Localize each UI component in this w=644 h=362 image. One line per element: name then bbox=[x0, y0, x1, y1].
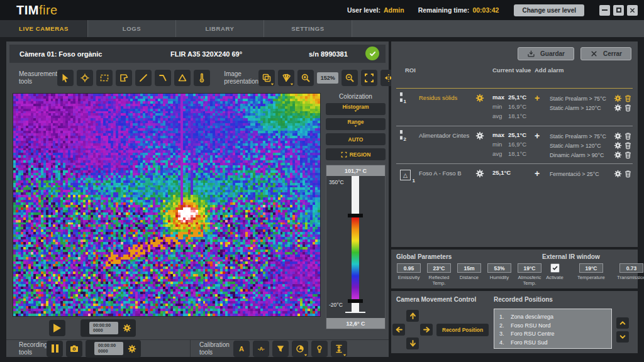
delta-tool-button[interactable] bbox=[174, 70, 191, 86]
tab-settings[interactable]: SETTINGS bbox=[264, 20, 352, 37]
snapshot-button[interactable] bbox=[66, 341, 82, 357]
tab-library[interactable]: LIBRARY bbox=[176, 20, 264, 37]
polyline-tool-button[interactable] bbox=[155, 70, 171, 86]
emissivity-value[interactable]: 0.95 bbox=[397, 263, 421, 273]
atmosferic-temp-value[interactable]: 19°C bbox=[518, 263, 541, 273]
ir-transmission-value[interactable]: 0.73 bbox=[619, 263, 643, 273]
position-item[interactable]: 3.Foro RSU Centre bbox=[499, 330, 606, 339]
thermometer-icon bbox=[197, 73, 207, 83]
minimize-button[interactable] bbox=[599, 5, 610, 16]
alarm-delete-button[interactable] bbox=[624, 132, 633, 141]
roi-settings-button[interactable] bbox=[475, 169, 492, 180]
roi-row-foso-a-foso-b: △1 Foso A - Foso B 25,1°C + Fermentació … bbox=[396, 163, 633, 184]
position-item[interactable]: 4.Foro RSU Sud bbox=[499, 339, 606, 348]
roi-polygon-tool-button[interactable] bbox=[116, 70, 132, 86]
spot-meter-icon bbox=[80, 73, 90, 83]
alarm-delete-button[interactable] bbox=[624, 94, 633, 103]
tab-live-cameras[interactable]: LIVE CAMERAS bbox=[0, 20, 88, 37]
region-label: REGION bbox=[350, 151, 371, 158]
alarm-settings-button[interactable] bbox=[614, 151, 623, 160]
overlay-mode-button[interactable] bbox=[258, 70, 275, 86]
roi-index: 2 bbox=[404, 136, 406, 142]
roi-table-header: ROI Current value Add alarm bbox=[396, 67, 633, 74]
value-key: max bbox=[492, 94, 508, 103]
alarm-delete-button[interactable] bbox=[624, 141, 633, 150]
positions-scroll-down-button[interactable] bbox=[616, 331, 629, 343]
alarm-delete-button[interactable] bbox=[624, 104, 633, 112]
position-item[interactable]: 2.Foso RSU Nord bbox=[499, 322, 606, 331]
roi-settings-button[interactable] bbox=[475, 94, 492, 122]
tab-logs[interactable]: LOGS bbox=[88, 20, 176, 37]
activate-label: Activate bbox=[546, 275, 564, 280]
play-button[interactable] bbox=[49, 320, 65, 336]
histogram-button[interactable]: Histogram bbox=[326, 103, 386, 115]
move-right-button[interactable] bbox=[420, 324, 433, 336]
save-button[interactable]: Guardar bbox=[518, 47, 574, 60]
isotherm-tool-button[interactable] bbox=[194, 70, 210, 86]
focus-manual-button[interactable]: -A- bbox=[253, 341, 269, 357]
ir-temperature-value[interactable]: 19°C bbox=[579, 263, 603, 273]
move-up-button[interactable] bbox=[406, 310, 419, 322]
distance-calibration-button[interactable] bbox=[331, 341, 347, 357]
tab-label: SETTINGS bbox=[291, 25, 324, 32]
change-user-level-button[interactable]: Change user level bbox=[514, 4, 584, 16]
move-left-button[interactable] bbox=[392, 324, 405, 336]
humidity-value[interactable]: 53% bbox=[487, 263, 511, 273]
shutter-calibration-button[interactable] bbox=[292, 341, 308, 357]
roi-rectangle-tool-button[interactable] bbox=[96, 70, 113, 86]
auto-button[interactable]: AUTO bbox=[326, 133, 386, 145]
record-position-button[interactable]: Record Position bbox=[436, 324, 489, 336]
measurement-tools-label: Measurement tools bbox=[9, 70, 57, 85]
positions-scroll-up-button[interactable] bbox=[616, 317, 629, 329]
region-button[interactable]: REGION bbox=[326, 148, 386, 160]
maximize-button[interactable] bbox=[613, 5, 624, 16]
lamp-button[interactable] bbox=[311, 341, 328, 357]
caret-down-icon bbox=[289, 82, 294, 87]
alarm-delete-button[interactable] bbox=[624, 170, 633, 178]
move-down-button[interactable] bbox=[406, 337, 419, 349]
cursor-tool-button[interactable] bbox=[57, 70, 74, 86]
alarm-settings-button[interactable] bbox=[614, 170, 623, 178]
fullscreen-button[interactable] bbox=[361, 70, 377, 86]
add-alarm-button[interactable]: + bbox=[535, 168, 540, 178]
range-button[interactable]: Range bbox=[326, 118, 386, 130]
recording-settings-button[interactable] bbox=[128, 344, 136, 353]
palette-button[interactable] bbox=[278, 70, 294, 86]
polyline-icon bbox=[158, 73, 168, 83]
nuc-calibration-button[interactable] bbox=[272, 341, 289, 357]
add-alarm-button[interactable]: + bbox=[535, 93, 540, 103]
line-tool-button[interactable] bbox=[135, 70, 152, 86]
value-reading: 18,1°C bbox=[508, 112, 535, 122]
roi-settings-button[interactable] bbox=[475, 131, 492, 160]
playback-settings-button[interactable] bbox=[123, 324, 131, 332]
colorization-panel: Colorization Histogram Range AUTO REGION… bbox=[326, 93, 386, 329]
distance-label: Distance bbox=[460, 275, 479, 280]
alarm-settings-button[interactable] bbox=[614, 141, 623, 150]
thermal-image[interactable] bbox=[13, 94, 320, 316]
zoom-out-button[interactable] bbox=[341, 70, 358, 86]
funnel-icon bbox=[275, 344, 286, 354]
trash-icon bbox=[624, 151, 632, 159]
humidity-label: Humidity bbox=[490, 275, 509, 280]
activate-checkbox[interactable] bbox=[550, 263, 560, 273]
alarm-row: Static Prealarm > 75°C bbox=[550, 94, 633, 103]
logo-tim: TIM bbox=[16, 3, 39, 17]
alarm-delete-button[interactable] bbox=[624, 151, 633, 160]
close-roi-button[interactable]: Cerrar bbox=[580, 47, 631, 60]
close-button[interactable] bbox=[627, 5, 638, 16]
reflected-temp-value[interactable]: 23°C bbox=[427, 263, 451, 273]
zoom-in-button[interactable] bbox=[297, 70, 314, 86]
alarm-settings-button[interactable] bbox=[614, 104, 623, 112]
pause-button[interactable] bbox=[47, 341, 63, 357]
position-name: Foso RSU Nord bbox=[511, 322, 551, 331]
spot-meter-tool-button[interactable] bbox=[77, 70, 93, 86]
position-item[interactable]: 1.Zona descàrrega bbox=[499, 313, 606, 322]
global-parameters-card: Global Parameters 0.95 Emissivity 23°C R… bbox=[391, 250, 638, 288]
focus-auto-button[interactable]: A bbox=[233, 341, 250, 357]
zoom-level-value[interactable]: 152% bbox=[317, 72, 338, 84]
distance-value[interactable]: 15m bbox=[457, 263, 481, 273]
roi-rectangle-icon bbox=[99, 73, 109, 83]
add-alarm-button[interactable]: + bbox=[535, 131, 540, 141]
alarm-settings-button[interactable] bbox=[614, 94, 623, 103]
alarm-settings-button[interactable] bbox=[614, 132, 623, 141]
